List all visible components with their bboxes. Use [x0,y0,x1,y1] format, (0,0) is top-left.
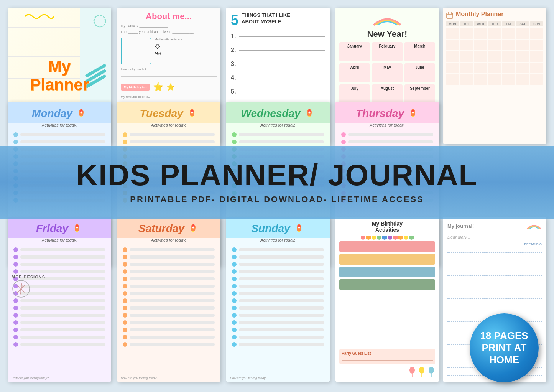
monthly-day-header: WED [474,21,487,26]
monthly-day-header: FRI [502,21,515,26]
monthly-day-header: TUE [460,21,473,26]
monthly-week-row [446,51,543,62]
logo-text: MCE DESIGNS [12,275,45,279]
monthly-week-row [446,63,543,73]
journal-title: My journal! [447,223,474,229]
month-box: July [339,84,370,104]
monthly-cell [446,63,459,73]
monthly-cell [530,63,543,73]
main-container: My Planner About me... My name is ______… [0,0,554,392]
journal-line [447,248,542,253]
feeling-label-friday: How are you feeling today? [12,376,49,380]
monthly-day-header: SAT [516,21,529,26]
activity-item [232,247,324,252]
activity-item [123,342,215,347]
activity-item [123,313,215,318]
monthly-day-header: MON [446,21,459,26]
thursday-title: Thursday [356,107,404,120]
tuesday-title: Tuesday [140,107,183,120]
journal-line [447,302,542,306]
month-box: June [404,63,435,82]
journal-line [447,256,542,260]
monthly-week-row [446,40,543,50]
month-box: January [339,42,370,61]
activity-item [123,140,215,144]
activity-item [13,262,105,267]
activity-item [13,328,105,332]
dream-big-label: DREAM BIG [447,242,542,246]
monthly-cell [446,51,459,62]
monthly-cell [502,74,515,85]
journal-line [447,271,542,276]
activity-item [123,291,215,296]
monthly-cell [446,74,459,85]
feeling-label-sunday: How are you feeling today? [230,376,267,380]
activity-item [13,320,105,325]
svg-rect-3 [447,13,453,18]
monthly-day-header: SUN [530,21,543,26]
monthly-cell [502,51,515,62]
activity-item [232,140,324,144]
monthly-cell [460,40,473,50]
activity-item [13,269,105,274]
svg-point-42 [409,367,415,374]
activity-item [13,313,105,318]
activity-item [123,328,215,332]
svg-point-0 [94,15,105,27]
activity-item [232,284,324,288]
monthly-cell [460,51,473,62]
svg-point-11 [80,112,82,114]
activity-item [123,335,215,339]
activity-item [232,313,324,318]
month-box: April [339,63,370,82]
month-box: August [372,84,403,104]
sunday-title: Sunday [251,222,290,235]
badge-text: 18 PAGES PRINT AT HOME [480,330,528,366]
monthly-cell [502,28,515,39]
monthly-cell [516,74,529,85]
month-box: March [404,42,435,61]
activity-item [13,335,105,339]
journal-line [447,264,542,268]
activity-item [123,255,215,259]
activity-item [123,269,215,274]
journal-line [447,287,542,291]
activity-item [232,342,324,347]
logo-area: MCE DESIGNS [12,275,45,300]
activity-item [232,255,324,259]
things-list-item: 3. [231,61,325,68]
wednesday-activities-label: Activities for today. [226,123,330,130]
monthly-cell [474,40,487,50]
sunday-activities-label: Activities for today. [226,238,330,245]
activity-item [232,269,324,274]
monthly-cell [474,63,487,73]
monthly-cell [516,40,529,50]
things-list-item: 5. [231,88,325,95]
things-list-item: 4. [231,74,325,81]
activity-item [13,306,105,310]
planner-title: My Planner [30,58,89,93]
monthly-cell [530,40,543,50]
thursday-activities-label: Activities for today. [335,123,439,130]
journal-line [447,310,542,314]
monthly-cell [516,28,529,39]
monthly-title: Monthly Planner [456,11,503,18]
card-birthday: My Birthday Activities Party Gue [335,217,439,382]
activity-item [13,247,105,252]
logo-icon [12,279,31,298]
birthday-title: My Birthday Activities [339,221,435,233]
banner-subtitle: PRINTABLE PDF- DIGITAL DOWNLOAD- LIFETIM… [130,194,424,204]
things-number: 5 [231,12,238,28]
blue-banner: KIDS PLANNER/ JOURNAL PRINTABLE PDF- DIG… [0,146,554,219]
badge-circle: 18 PAGES PRINT AT HOME [470,313,539,382]
saturday-title: Saturday [138,222,184,235]
monthly-cell [460,74,473,85]
svg-point-26 [412,112,414,114]
month-box: September [404,84,435,104]
month-box: February [372,42,403,61]
activity-item [341,132,433,137]
monthly-cell [502,40,515,50]
dear-diary-text: Dear diary... [447,235,542,239]
activity-item [232,306,324,310]
activity-item [123,320,215,325]
